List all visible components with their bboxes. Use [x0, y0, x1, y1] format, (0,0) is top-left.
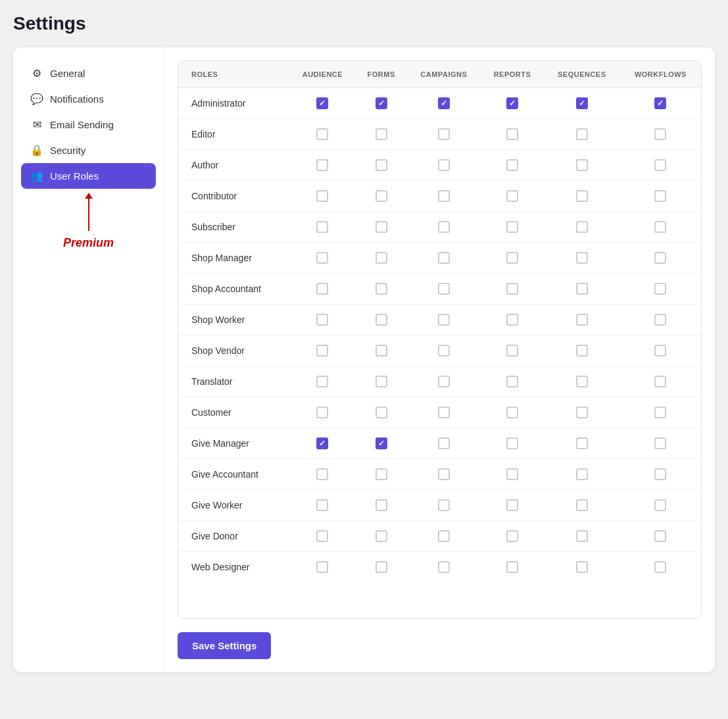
sidebar-item-email-sending[interactable]: ✉ Email Sending	[21, 112, 156, 137]
checkbox-workflows[interactable]	[654, 252, 666, 264]
checkbox-sequences[interactable]	[576, 190, 588, 202]
checkbox-sequences[interactable]	[576, 437, 588, 449]
checkbox-campaigns[interactable]	[438, 376, 450, 387]
sidebar-item-security[interactable]: 🔒 Security	[21, 137, 156, 163]
checkbox-audience[interactable]	[316, 530, 328, 542]
checkbox-campaigns[interactable]	[438, 437, 450, 449]
checkbox-workflows[interactable]	[654, 407, 666, 418]
checkbox-campaigns[interactable]	[438, 252, 450, 264]
checkbox-reports[interactable]	[506, 561, 518, 573]
checkbox-sequences[interactable]	[576, 159, 588, 171]
checkbox-sequences[interactable]	[576, 221, 588, 233]
sidebar-item-notifications[interactable]: 💬 Notifications	[21, 86, 156, 112]
checkbox-workflows[interactable]	[654, 283, 666, 295]
checkbox-forms[interactable]	[376, 437, 387, 449]
checkbox-forms[interactable]	[376, 561, 387, 573]
checkbox-audience[interactable]	[316, 376, 328, 387]
checkbox-audience[interactable]	[316, 499, 328, 511]
save-settings-button[interactable]: Save Settings	[178, 632, 271, 659]
checkbox-reports[interactable]	[506, 530, 518, 542]
checkbox-campaigns[interactable]	[438, 407, 450, 418]
checkbox-workflows[interactable]	[654, 376, 666, 387]
checkbox-campaigns[interactable]	[438, 128, 450, 140]
checkbox-reports[interactable]	[506, 345, 518, 357]
checkbox-workflows[interactable]	[654, 468, 666, 480]
checkbox-forms[interactable]	[376, 407, 387, 418]
checkbox-sequences[interactable]	[576, 345, 588, 357]
checkbox-audience[interactable]	[316, 252, 328, 264]
checkbox-reports[interactable]	[506, 190, 518, 202]
checkbox-sequences[interactable]	[576, 407, 588, 418]
checkbox-campaigns[interactable]	[438, 190, 450, 202]
checkbox-campaigns[interactable]	[438, 468, 450, 480]
checkbox-workflows[interactable]	[654, 314, 666, 326]
checkbox-workflows[interactable]	[654, 561, 666, 573]
checkbox-campaigns[interactable]	[438, 283, 450, 295]
checkbox-forms[interactable]	[376, 530, 387, 542]
checkbox-audience[interactable]	[316, 468, 328, 480]
checkbox-forms[interactable]	[376, 190, 387, 202]
checkbox-forms[interactable]	[376, 283, 387, 295]
checkbox-forms[interactable]	[376, 252, 387, 264]
checkbox-reports[interactable]	[506, 283, 518, 295]
checkbox-workflows[interactable]	[654, 221, 666, 233]
checkbox-campaigns[interactable]	[438, 345, 450, 357]
checkbox-reports[interactable]	[506, 128, 518, 140]
checkbox-campaigns[interactable]	[438, 97, 450, 109]
checkbox-workflows[interactable]	[654, 530, 666, 542]
checkbox-sequences[interactable]	[576, 468, 588, 480]
checkbox-campaigns[interactable]	[438, 159, 450, 171]
checkbox-reports[interactable]	[506, 97, 518, 109]
checkbox-sequences[interactable]	[576, 252, 588, 264]
checkbox-reports[interactable]	[506, 468, 518, 480]
checkbox-forms[interactable]	[376, 159, 387, 171]
sidebar-item-general[interactable]: ⚙ General	[21, 61, 156, 86]
checkbox-reports[interactable]	[506, 314, 518, 326]
checkbox-workflows[interactable]	[654, 159, 666, 171]
checkbox-campaigns[interactable]	[438, 561, 450, 573]
checkbox-workflows[interactable]	[654, 499, 666, 511]
checkbox-workflows[interactable]	[654, 345, 666, 357]
checkbox-forms[interactable]	[376, 468, 387, 480]
sidebar-item-user-roles[interactable]: 👥 User Roles	[21, 163, 156, 189]
checkbox-sequences[interactable]	[576, 530, 588, 542]
checkbox-campaigns[interactable]	[438, 499, 450, 511]
checkbox-audience[interactable]	[316, 97, 328, 109]
checkbox-workflows[interactable]	[654, 97, 666, 109]
checkbox-sequences[interactable]	[576, 128, 588, 140]
checkbox-sequences[interactable]	[576, 499, 588, 511]
checkbox-audience[interactable]	[316, 437, 328, 449]
checkbox-audience[interactable]	[316, 283, 328, 295]
checkbox-audience[interactable]	[316, 407, 328, 418]
checkbox-forms[interactable]	[376, 499, 387, 511]
checkbox-audience[interactable]	[316, 128, 328, 140]
checkbox-workflows[interactable]	[654, 128, 666, 140]
checkbox-audience[interactable]	[316, 561, 328, 573]
checkbox-audience[interactable]	[316, 314, 328, 326]
checkbox-audience[interactable]	[316, 159, 328, 171]
checkbox-reports[interactable]	[506, 376, 518, 387]
checkbox-sequences[interactable]	[576, 561, 588, 573]
checkbox-campaigns[interactable]	[438, 314, 450, 326]
checkbox-workflows[interactable]	[654, 437, 666, 449]
checkbox-audience[interactable]	[316, 221, 328, 233]
checkbox-reports[interactable]	[506, 407, 518, 418]
checkbox-reports[interactable]	[506, 252, 518, 264]
checkbox-reports[interactable]	[506, 437, 518, 449]
checkbox-forms[interactable]	[376, 128, 387, 140]
checkbox-reports[interactable]	[506, 159, 518, 171]
checkbox-audience[interactable]	[316, 345, 328, 357]
checkbox-reports[interactable]	[506, 221, 518, 233]
checkbox-forms[interactable]	[376, 376, 387, 387]
checkbox-sequences[interactable]	[576, 376, 588, 387]
checkbox-sequences[interactable]	[576, 283, 588, 295]
checkbox-forms[interactable]	[376, 314, 387, 326]
checkbox-workflows[interactable]	[654, 190, 666, 202]
checkbox-forms[interactable]	[376, 221, 387, 233]
checkbox-audience[interactable]	[316, 190, 328, 202]
checkbox-reports[interactable]	[506, 499, 518, 511]
checkbox-sequences[interactable]	[576, 97, 588, 109]
checkbox-forms[interactable]	[376, 97, 387, 109]
checkbox-campaigns[interactable]	[438, 530, 450, 542]
checkbox-campaigns[interactable]	[438, 221, 450, 233]
